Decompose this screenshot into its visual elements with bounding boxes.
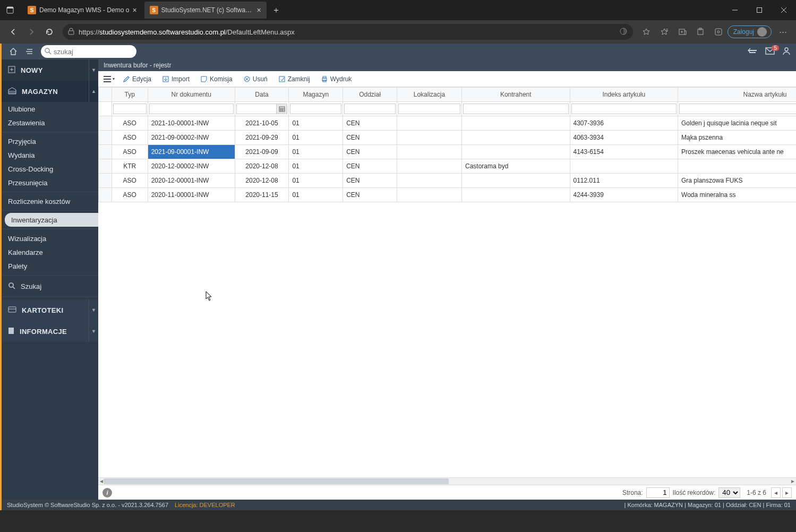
sidebar-label: KARTOTEKI xyxy=(22,306,63,314)
refresh-button[interactable] xyxy=(40,23,58,41)
toolbar-menu-button[interactable]: ▾ xyxy=(101,73,116,85)
edycja-button[interactable]: Edycja xyxy=(118,73,156,85)
sidebar-item[interactable]: Rozliczenie kosztów xyxy=(2,194,98,208)
chevron-up-icon[interactable]: ▴ xyxy=(89,81,98,102)
table-row[interactable]: ASO2021-09-00001-INW2021-09-0901CEN4143-… xyxy=(99,145,797,159)
document-icon xyxy=(8,327,14,336)
next-page-button[interactable]: ▸ xyxy=(782,487,792,498)
zamknij-button[interactable]: Zamknij xyxy=(274,73,314,85)
sidebar-item[interactable]: Przesunięcia xyxy=(2,176,98,190)
sidebar-szukaj[interactable]: Szukaj xyxy=(2,278,98,295)
column-header[interactable]: Nazwa artykułu xyxy=(678,88,796,102)
sidebar-item[interactable]: Wydania xyxy=(2,148,98,162)
svg-rect-18 xyxy=(715,29,722,35)
back-button[interactable] xyxy=(4,23,22,41)
sidebar-item[interactable]: Kalendarze xyxy=(2,245,98,259)
url-bar[interactable]: https://studiosystemdemo.softwarestudio.… xyxy=(63,24,633,40)
table-row[interactable]: KTR2020-12-00002-INW2020-12-0801CENCasto… xyxy=(99,159,797,174)
sidebar-item[interactable]: Palety xyxy=(2,259,98,273)
chevron-down-icon[interactable]: ▾ xyxy=(89,299,98,321)
page-input[interactable] xyxy=(646,487,670,498)
new-tab-button[interactable]: ＋ xyxy=(269,3,284,18)
search-input[interactable] xyxy=(54,48,128,56)
filter-oddzial[interactable] xyxy=(344,104,396,114)
calendar-icon[interactable] xyxy=(277,104,287,114)
sidebar-nowy[interactable]: NOWY ▾ xyxy=(2,59,98,81)
tracking-icon[interactable] xyxy=(619,27,628,37)
filter-lokalizacja[interactable] xyxy=(398,104,460,114)
window-close-button[interactable] xyxy=(772,0,796,20)
prev-page-button[interactable]: ◂ xyxy=(771,487,781,498)
sidebar-informacje[interactable]: INFORMACJE ▾ xyxy=(2,321,98,342)
info-icon[interactable]: i xyxy=(102,488,112,497)
table-row[interactable]: ASO2021-09-00002-INW2021-09-2901CEN4063-… xyxy=(99,131,797,145)
page-size-select[interactable]: 40 xyxy=(718,487,740,498)
sidebar-item[interactable]: Przyjęcia xyxy=(2,134,98,148)
mail-button[interactable]: 5 xyxy=(765,47,775,56)
column-header[interactable]: Typ xyxy=(112,88,148,102)
favorites-button[interactable] xyxy=(655,23,673,41)
status-left: StudioSystem © SoftwareStudio Sp. z o.o.… xyxy=(7,502,168,508)
window-maximize-button[interactable] xyxy=(747,0,772,20)
filter-nazwa[interactable] xyxy=(679,104,796,114)
filter-kontrahent[interactable] xyxy=(463,104,569,114)
login-button[interactable]: Zaloguj xyxy=(727,25,772,38)
column-header[interactable]: Magazyn xyxy=(289,88,343,102)
close-icon[interactable]: × xyxy=(256,6,261,14)
performance-button[interactable] xyxy=(709,23,727,41)
table-row[interactable]: ASO2021-10-00001-INW2021-10-0501CEN4307-… xyxy=(99,116,797,131)
horizontal-scrollbar[interactable]: ◂ ▸ xyxy=(98,477,796,485)
close-icon[interactable]: × xyxy=(132,6,136,14)
tab-title: Demo Magazyn WMS - Demo o xyxy=(39,6,129,14)
column-header[interactable]: Indeks artykułu xyxy=(570,88,678,102)
sidebar-item[interactable]: Ulubione xyxy=(2,102,98,116)
usun-button[interactable]: Usuń xyxy=(239,73,272,85)
extensions-button[interactable] xyxy=(691,23,709,41)
chevron-down-icon[interactable]: ▾ xyxy=(89,321,98,342)
svg-point-32 xyxy=(9,283,13,287)
menu-button[interactable]: ⋯ xyxy=(774,23,792,41)
reading-list-button[interactable] xyxy=(637,23,655,41)
filter-magazyn[interactable] xyxy=(290,104,341,114)
svg-rect-46 xyxy=(323,76,326,78)
sidebar-item[interactable]: Inwentaryzacja xyxy=(5,213,98,227)
column-header[interactable]: Oddział xyxy=(343,88,397,102)
column-header[interactable]: Kontrahent xyxy=(461,88,570,102)
window-minimize-button[interactable] xyxy=(723,0,747,20)
home-icon[interactable] xyxy=(7,45,20,58)
avatar-icon xyxy=(757,27,767,37)
forward-button[interactable] xyxy=(22,23,40,41)
column-header[interactable]: Data xyxy=(235,88,289,102)
range-label: 1-6 z 6 xyxy=(747,489,766,496)
tray-icon[interactable] xyxy=(747,47,758,56)
svg-line-24 xyxy=(49,52,51,54)
sidebar-magazyn[interactable]: MAGAZYN ▴ xyxy=(2,81,98,102)
toggle-menu-icon[interactable] xyxy=(23,45,36,58)
profile-icon[interactable] xyxy=(782,47,791,57)
wydruk-button[interactable]: Wydruk xyxy=(316,73,356,85)
import-button[interactable]: Import xyxy=(158,73,194,85)
sidebar-item[interactable]: Zestawienia xyxy=(2,116,98,130)
browser-tab-0[interactable]: S Demo Magazyn WMS - Demo o × xyxy=(22,2,142,19)
svg-rect-6 xyxy=(69,31,74,35)
column-header[interactable]: Lokalizacja xyxy=(397,88,461,102)
sidebar-label: NOWY xyxy=(21,66,43,74)
collections-button[interactable] xyxy=(673,23,691,41)
komisja-button[interactable]: Komisja xyxy=(196,73,237,85)
chevron-down-icon[interactable]: ▾ xyxy=(89,59,98,81)
filter-data[interactable] xyxy=(236,104,277,114)
filter-indeks[interactable] xyxy=(571,104,677,114)
sidebar-item[interactable]: Wizualizacja xyxy=(2,231,98,245)
filter-nr[interactable] xyxy=(149,104,234,114)
sidebar-kartoteki[interactable]: KARTOTEKI ▾ xyxy=(2,299,98,321)
svg-rect-3 xyxy=(757,8,762,13)
filter-typ[interactable] xyxy=(113,104,147,114)
browser-tab-1[interactable]: S StudioSystem.NET (c) SoftwareSt × xyxy=(144,2,267,19)
warehouse-icon xyxy=(8,87,16,96)
table-row[interactable]: ASO2020-12-00001-INW2020-12-0801CEN0112.… xyxy=(99,174,797,188)
app-search[interactable] xyxy=(41,45,136,58)
table-row[interactable]: ASO2020-11-00001-INW2020-11-1501CEN4244-… xyxy=(99,188,797,202)
sidebar-item[interactable]: Cross-Docking xyxy=(2,162,98,176)
tab-list-button[interactable] xyxy=(0,0,20,20)
column-header[interactable]: Nr dokumentu xyxy=(148,88,235,102)
